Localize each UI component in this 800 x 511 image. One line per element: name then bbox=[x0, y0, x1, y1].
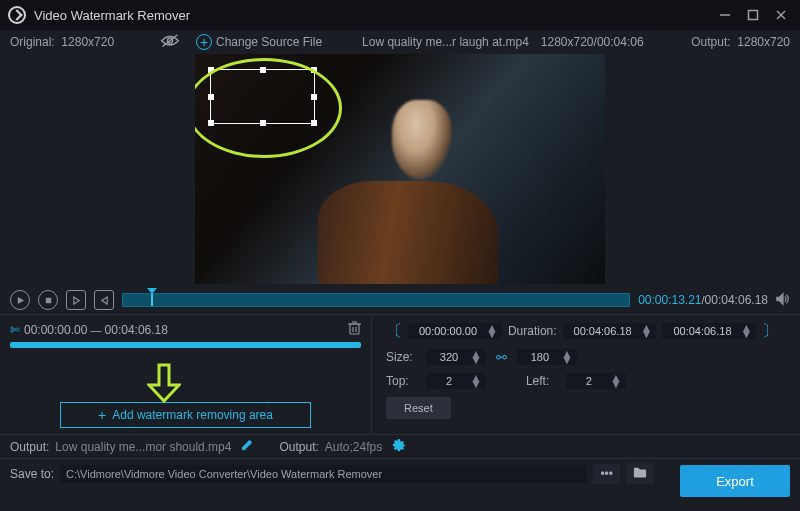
source-resolution: 1280x720/00:04:06 bbox=[541, 35, 644, 49]
watermark-selection-box[interactable] bbox=[210, 69, 315, 124]
svg-marker-8 bbox=[73, 296, 78, 303]
video-preview[interactable] bbox=[195, 54, 605, 284]
start-time-input[interactable]: ▲▼ bbox=[408, 323, 502, 339]
size-label: Size: bbox=[386, 350, 416, 364]
set-end-button[interactable] bbox=[94, 290, 114, 310]
set-start-button[interactable] bbox=[66, 290, 86, 310]
svg-marker-10 bbox=[777, 293, 783, 304]
segment-bar[interactable] bbox=[10, 342, 361, 348]
preview-area bbox=[0, 54, 800, 286]
svg-rect-1 bbox=[749, 11, 758, 20]
plus-icon: + bbox=[98, 407, 106, 423]
annotation-arrow bbox=[147, 363, 181, 406]
format-settings-button[interactable] bbox=[392, 438, 406, 455]
bracket-start-icon[interactable]: 〔 bbox=[386, 323, 402, 339]
source-filename: Low quality me...r laugh at.mp4 bbox=[362, 35, 529, 49]
duration-label: Duration: bbox=[508, 324, 557, 338]
svg-marker-9 bbox=[101, 296, 106, 303]
time-segments-panel: ✄ 00:00:00.00 — 00:04:06.18 + Add waterm… bbox=[0, 315, 372, 434]
original-resolution: Original: 1280x720 bbox=[10, 35, 160, 49]
timeline-scrubber[interactable] bbox=[122, 293, 630, 307]
segment-row[interactable]: ✄ 00:00:00.00 — 00:04:06.18 bbox=[10, 321, 361, 338]
add-watermark-area-button[interactable]: + Add watermark removing area bbox=[60, 402, 311, 428]
left-label: Left: bbox=[526, 374, 556, 388]
info-strip: Original: 1280x720 + Change Source File … bbox=[0, 30, 800, 54]
output-resolution: Output: 1280x720 bbox=[691, 35, 790, 49]
duration-input[interactable]: ▲▼ bbox=[563, 323, 657, 339]
top-input[interactable]: ▲▼ bbox=[426, 373, 486, 389]
format-label: Output: bbox=[279, 440, 318, 454]
volume-icon[interactable] bbox=[776, 292, 790, 309]
end-time-input[interactable]: ▲▼ bbox=[662, 323, 756, 339]
svg-marker-6 bbox=[17, 296, 23, 303]
bracket-end-icon[interactable]: 〕 bbox=[762, 323, 778, 339]
area-properties-panel: 〔 ▲▼ Duration:▲▼ ▲▼ 〕 Size: ▲▼ ⚯ ▲▼ Top:… bbox=[372, 315, 800, 434]
output-filename: Low quality me...mor should.mp4 bbox=[55, 440, 231, 454]
format-value: Auto;24fps bbox=[325, 440, 382, 454]
timecode-display: 00:00:13.21/00:04:06.18 bbox=[638, 293, 768, 307]
plus-icon: + bbox=[196, 34, 212, 50]
app-title: Video Watermark Remover bbox=[34, 8, 708, 23]
browse-path-button[interactable]: ••• bbox=[593, 464, 620, 484]
svg-rect-11 bbox=[350, 324, 359, 334]
svg-rect-7 bbox=[45, 297, 50, 302]
top-label: Top: bbox=[386, 374, 416, 388]
open-folder-button[interactable] bbox=[626, 463, 654, 484]
maximize-button[interactable] bbox=[742, 4, 764, 26]
minimize-button[interactable] bbox=[714, 4, 736, 26]
height-input[interactable]: ▲▼ bbox=[517, 349, 577, 365]
preview-toggle-icon[interactable] bbox=[160, 34, 180, 50]
export-button[interactable]: Export bbox=[680, 465, 790, 497]
play-button[interactable] bbox=[10, 290, 30, 310]
close-button[interactable] bbox=[770, 4, 792, 26]
rename-output-button[interactable] bbox=[241, 439, 253, 454]
left-input[interactable]: ▲▼ bbox=[566, 373, 626, 389]
save-path-field[interactable]: C:\Vidmore\Vidmore Video Converter\Video… bbox=[60, 465, 587, 483]
delete-segment-button[interactable] bbox=[348, 321, 361, 338]
scissors-icon: ✄ bbox=[10, 323, 20, 337]
app-logo-icon bbox=[8, 6, 26, 24]
width-input[interactable]: ▲▼ bbox=[426, 349, 486, 365]
output-file-label: Output: bbox=[10, 440, 49, 454]
change-source-button[interactable]: + Change Source File bbox=[196, 34, 322, 50]
save-to-label: Save to: bbox=[10, 467, 54, 481]
link-aspect-icon[interactable]: ⚯ bbox=[496, 350, 507, 365]
output-settings-row: Output: Low quality me...mor should.mp4 … bbox=[0, 434, 800, 458]
stop-button[interactable] bbox=[38, 290, 58, 310]
title-bar: Video Watermark Remover bbox=[0, 0, 800, 30]
playback-controls: 00:00:13.21/00:04:06.18 bbox=[0, 286, 800, 314]
reset-button[interactable]: Reset bbox=[386, 397, 451, 419]
